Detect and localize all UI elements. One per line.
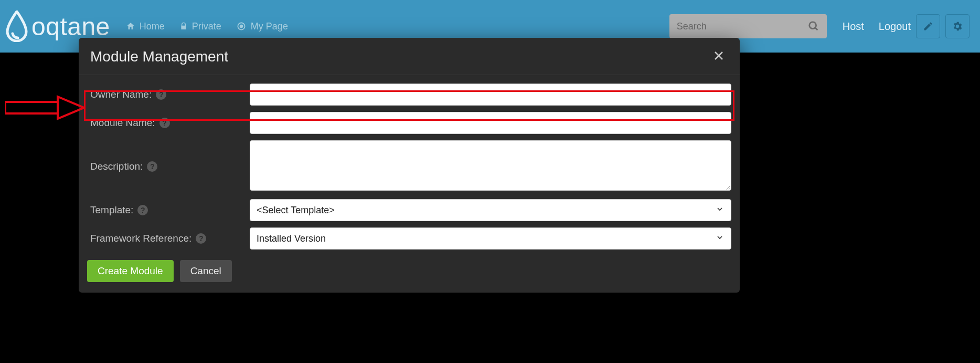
nav-mypage[interactable]: My Page: [236, 21, 288, 32]
label-description-text: Description:: [90, 161, 143, 172]
lock-icon: [179, 22, 188, 31]
edit-button[interactable]: [916, 14, 940, 38]
modal-close-button[interactable]: [712, 49, 725, 64]
row-description: Description: ?: [87, 137, 731, 196]
search-input[interactable]: [677, 21, 808, 32]
host-link[interactable]: Host: [843, 20, 864, 33]
create-module-button[interactable]: Create Module: [87, 260, 174, 282]
module-management-modal: Module Management Owner Name: ? Module N…: [79, 38, 740, 293]
help-icon[interactable]: ?: [137, 205, 148, 215]
label-framework: Framework Reference: ?: [87, 233, 250, 244]
modal-header: Module Management: [79, 38, 740, 75]
pencil-icon: [923, 21, 933, 32]
svg-rect-4: [5, 102, 58, 113]
search-icon[interactable]: [808, 20, 819, 32]
nav-links: Home Private My Page: [126, 21, 288, 32]
annotation-arrow: [5, 95, 84, 123]
svg-point-2: [809, 22, 816, 29]
svg-marker-5: [58, 97, 84, 119]
target-icon: [236, 21, 247, 32]
settings-button[interactable]: [945, 14, 970, 38]
row-framework: Framework Reference: ? Installed Version: [87, 224, 731, 253]
label-module-name-text: Module Name:: [90, 117, 155, 129]
svg-point-1: [240, 25, 242, 28]
input-owner-name[interactable]: [250, 84, 731, 106]
search-box[interactable]: [669, 14, 827, 38]
input-module-name[interactable]: [250, 112, 731, 134]
modal-title: Module Management: [90, 48, 228, 65]
nav-private[interactable]: Private: [179, 21, 221, 32]
nav-home-label: Home: [140, 21, 165, 32]
row-owner-name: Owner Name: ?: [87, 80, 731, 109]
select-template[interactable]: <Select Template>: [250, 199, 731, 221]
modal-body: Owner Name: ? Module Name: ? Description…: [79, 75, 740, 256]
input-description[interactable]: [250, 140, 731, 191]
help-icon[interactable]: ?: [156, 89, 166, 100]
nav-private-label: Private: [192, 21, 221, 32]
help-icon[interactable]: ?: [159, 118, 170, 128]
row-module-name: Module Name: ?: [87, 109, 731, 137]
select-framework[interactable]: Installed Version: [250, 227, 731, 250]
label-template: Template: ?: [87, 204, 250, 216]
user-links: Host Logout: [843, 20, 911, 33]
help-icon[interactable]: ?: [196, 233, 206, 244]
nav-home[interactable]: Home: [126, 21, 165, 32]
gear-icon: [952, 20, 963, 32]
label-module-name: Module Name: ?: [87, 117, 250, 129]
logout-link[interactable]: Logout: [879, 20, 911, 33]
label-framework-text: Framework Reference:: [90, 233, 191, 244]
cancel-button[interactable]: Cancel: [180, 260, 232, 282]
help-icon[interactable]: ?: [147, 161, 157, 172]
label-template-text: Template:: [90, 204, 133, 216]
row-template: Template: ? <Select Template>: [87, 196, 731, 224]
nav-mypage-label: My Page: [251, 21, 288, 32]
label-description: Description: ?: [87, 161, 250, 172]
home-icon: [126, 22, 135, 31]
brand-name: oqtane: [31, 12, 110, 41]
modal-footer: Create Module Cancel: [79, 256, 740, 293]
svg-line-3: [815, 28, 817, 30]
brand-logo[interactable]: oqtane: [5, 11, 110, 42]
drop-icon: [5, 11, 28, 42]
close-icon: [712, 49, 725, 62]
label-owner-name: Owner Name: ?: [87, 89, 250, 100]
label-owner-name-text: Owner Name:: [90, 89, 152, 100]
